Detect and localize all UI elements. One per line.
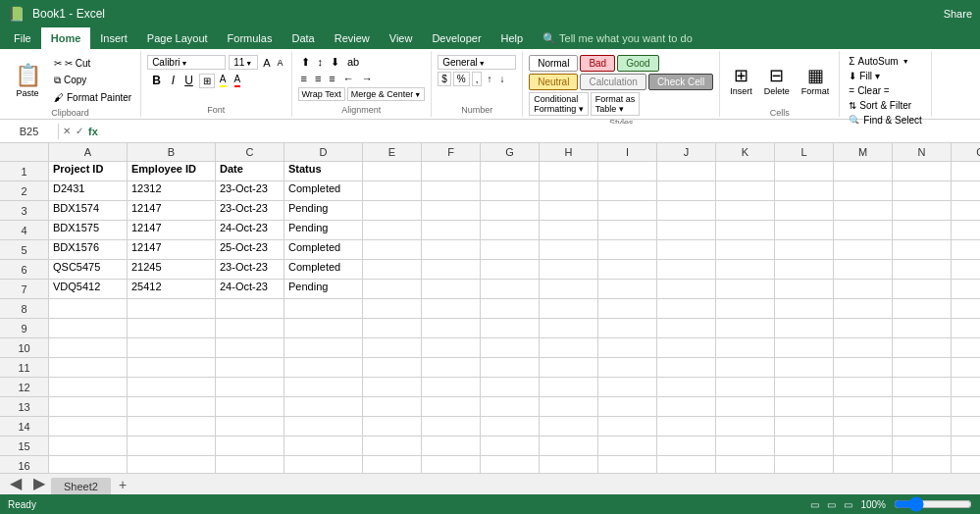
tab-file[interactable]: File [4, 27, 41, 49]
cell-I11[interactable] [598, 358, 657, 378]
cell-L14[interactable] [775, 417, 834, 437]
cell-K3[interactable] [716, 201, 775, 221]
tab-formulas[interactable]: Formulas [218, 27, 283, 49]
cell-F15[interactable] [422, 437, 481, 456]
cell-I10[interactable] [598, 338, 657, 358]
cell-B9[interactable] [128, 319, 216, 338]
cell-O11[interactable] [952, 358, 980, 378]
formula-input[interactable] [102, 124, 980, 139]
col-header-D[interactable]: D [284, 143, 363, 161]
cell-E6[interactable] [363, 260, 422, 280]
cell-K8[interactable] [716, 299, 775, 319]
cell-N6[interactable] [893, 260, 952, 280]
cell-A12[interactable] [49, 378, 128, 397]
row-number-11[interactable]: 11 [0, 358, 49, 378]
col-header-L[interactable]: L [775, 143, 834, 161]
cell-L10[interactable] [775, 338, 834, 358]
cell-J4[interactable] [657, 221, 716, 240]
cell-F9[interactable] [422, 319, 481, 338]
cell-J12[interactable] [657, 378, 716, 397]
cell-N1[interactable] [893, 162, 952, 181]
cell-K12[interactable] [716, 378, 775, 397]
cell-L15[interactable] [775, 437, 834, 456]
cell-F12[interactable] [422, 378, 481, 397]
cell-G13[interactable] [481, 397, 540, 417]
cell-M8[interactable] [834, 299, 893, 319]
cell-G14[interactable] [481, 417, 540, 437]
cell-A8[interactable] [49, 299, 128, 319]
cell-L13[interactable] [775, 397, 834, 417]
cell-D10[interactable] [284, 338, 363, 358]
cell-L2[interactable] [775, 181, 834, 201]
cell-G15[interactable] [481, 437, 540, 456]
format-painter-button[interactable]: 🖌 Format Painter [51, 91, 134, 104]
cell-C11[interactable] [216, 358, 284, 378]
style-good-button[interactable]: Good [617, 55, 658, 72]
formula-cancel-button[interactable]: ✕ [63, 126, 71, 136]
col-header-E[interactable]: E [363, 143, 422, 161]
cell-B1[interactable]: Employee ID [128, 162, 216, 181]
underline-button[interactable]: U [181, 73, 197, 88]
cell-O7[interactable] [952, 280, 980, 299]
cell-L7[interactable] [775, 280, 834, 299]
cell-H4[interactable] [540, 221, 598, 240]
cell-M7[interactable] [834, 280, 893, 299]
tab-help[interactable]: Help [491, 27, 534, 49]
border-button[interactable]: ⊞ [199, 74, 215, 88]
cell-G11[interactable] [481, 358, 540, 378]
cell-N9[interactable] [893, 319, 952, 338]
col-header-O[interactable]: O [952, 143, 980, 161]
tab-review[interactable]: Review [325, 27, 380, 49]
sheet-tab-active[interactable]: Sheet2 [51, 478, 111, 494]
cell-G3[interactable] [481, 201, 540, 221]
cell-F2[interactable] [422, 181, 481, 201]
cell-I7[interactable] [598, 280, 657, 299]
comma-button[interactable]: , [472, 72, 483, 86]
cell-N2[interactable] [893, 181, 952, 201]
cell-C5[interactable]: 25-Oct-23 [216, 240, 284, 260]
paste-button[interactable]: 📋 Paste [6, 55, 49, 106]
cell-J14[interactable] [657, 417, 716, 437]
cell-E1[interactable] [363, 162, 422, 181]
cell-E13[interactable] [363, 397, 422, 417]
cell-G1[interactable] [481, 162, 540, 181]
cell-O16[interactable] [952, 456, 980, 473]
row-number-10[interactable]: 10 [0, 338, 49, 358]
cell-F11[interactable] [422, 358, 481, 378]
cell-F8[interactable] [422, 299, 481, 319]
cell-H9[interactable] [540, 319, 598, 338]
cell-D14[interactable] [284, 417, 363, 437]
cell-L8[interactable] [775, 299, 834, 319]
cell-J3[interactable] [657, 201, 716, 221]
cell-M11[interactable] [834, 358, 893, 378]
tab-data[interactable]: Data [282, 27, 324, 49]
cell-F6[interactable] [422, 260, 481, 280]
row-number-9[interactable]: 9 [0, 319, 49, 338]
percent-button[interactable]: % [453, 72, 470, 86]
cell-H15[interactable] [540, 437, 598, 456]
col-header-K[interactable]: K [716, 143, 775, 161]
cell-D9[interactable] [284, 319, 363, 338]
cell-N4[interactable] [893, 221, 952, 240]
cell-J11[interactable] [657, 358, 716, 378]
col-header-H[interactable]: H [540, 143, 598, 161]
cell-B10[interactable] [128, 338, 216, 358]
cell-E16[interactable] [363, 456, 422, 473]
cell-N7[interactable] [893, 280, 952, 299]
cell-I15[interactable] [598, 437, 657, 456]
formula-confirm-button[interactable]: ✓ [76, 126, 83, 136]
add-sheet-button[interactable]: + [111, 475, 134, 494]
cell-E9[interactable] [363, 319, 422, 338]
cell-J1[interactable] [657, 162, 716, 181]
cell-M4[interactable] [834, 221, 893, 240]
cell-L3[interactable] [775, 201, 834, 221]
zoom-slider[interactable] [894, 496, 972, 512]
cell-D3[interactable]: Pending [284, 201, 363, 221]
cell-I3[interactable] [598, 201, 657, 221]
cell-M16[interactable] [834, 456, 893, 473]
cell-E5[interactable] [363, 240, 422, 260]
cell-O3[interactable] [952, 201, 980, 221]
cell-D12[interactable] [284, 378, 363, 397]
cell-N8[interactable] [893, 299, 952, 319]
style-neutral-button[interactable]: Neutral [529, 74, 578, 90]
